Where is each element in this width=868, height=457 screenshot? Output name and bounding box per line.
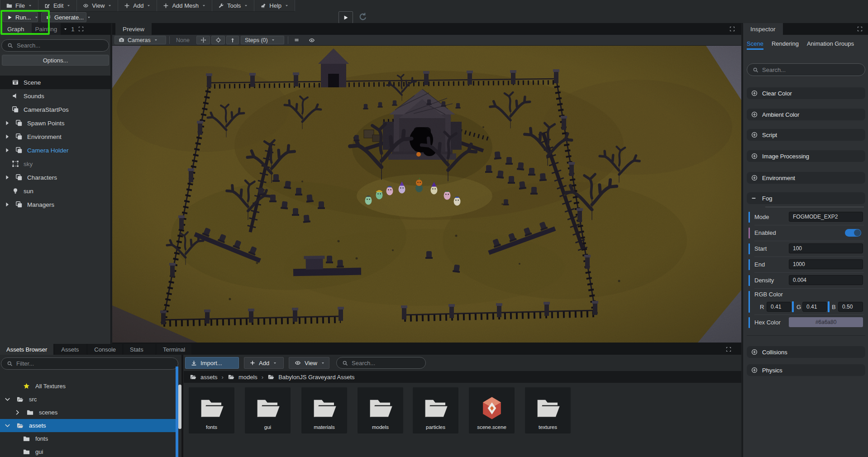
bottom-tab-console[interactable]: Console — [88, 344, 122, 355]
tab-painting[interactable]: Painting — [32, 23, 61, 35]
expand-icon[interactable] — [730, 26, 735, 32]
assets-tree-src[interactable]: src — [0, 393, 176, 406]
add-asset-button[interactable]: Add — [244, 357, 284, 369]
section-environment[interactable]: Environment — [747, 172, 865, 184]
chevron-down-icon[interactable] — [4, 422, 11, 429]
assets-filter-input[interactable]: Filter... — [1, 357, 178, 370]
section-script[interactable]: Script — [747, 129, 865, 141]
asset-tile-textures[interactable]: textures — [525, 387, 571, 433]
menu-add-mesh[interactable]: Add Mesh — [157, 0, 212, 11]
assets-tree-fonts[interactable]: fonts — [0, 432, 176, 445]
caret-right-icon[interactable] — [4, 174, 11, 181]
chevron-right-icon[interactable] — [14, 409, 21, 416]
section-collisions[interactable]: Collisions — [747, 346, 865, 358]
menu-add[interactable]: Add — [118, 0, 157, 11]
refresh-icon[interactable] — [358, 12, 367, 21]
assets-tree-scenes[interactable]: scenes — [0, 406, 176, 419]
options-button[interactable]: Options... — [2, 55, 109, 66]
section-image-processing[interactable]: Image Processing — [747, 150, 865, 162]
cameras-dropdown[interactable]: Cameras — [114, 36, 166, 44]
menu-view[interactable]: View — [77, 0, 118, 11]
expand-icon[interactable] — [78, 26, 84, 32]
generate-button[interactable]: Generate... — [41, 12, 86, 22]
assets-tree-scrollbar-thumb[interactable] — [178, 385, 181, 429]
assets-tree-all-textures[interactable]: All Textures — [0, 380, 176, 393]
bottom-tab-stats[interactable]: Stats — [124, 344, 155, 355]
inspector-tab-scene[interactable]: Scene — [747, 40, 763, 50]
assets-tree-assets[interactable]: assets — [0, 419, 176, 432]
graph-search-input[interactable]: Search... — [1, 39, 109, 52]
menu-tools[interactable]: Tools — [212, 0, 254, 11]
inspector-tab-animation-groups[interactable]: Animation Groups — [807, 40, 854, 50]
asset-tile-scene-scene[interactable]: scene.scene — [469, 387, 515, 433]
section-physics[interactable]: Physics — [747, 364, 865, 376]
position-gizmo-button[interactable] — [196, 36, 210, 44]
section-fog[interactable]: Fog — [747, 192, 865, 204]
caret-right-icon[interactable] — [4, 147, 11, 154]
fog-mode-select[interactable]: FOGMODE_EXP2 — [789, 212, 863, 222]
graph-item-camerastartpos[interactable]: CameraStartPos — [0, 103, 110, 116]
asset-tile-particles[interactable]: particles — [413, 387, 458, 433]
section-ambient-color[interactable]: Ambient Color — [747, 109, 865, 120]
asset-tile-gui[interactable]: gui — [245, 387, 291, 433]
wireframe-button[interactable] — [290, 36, 303, 44]
assets-files-pane: Import... Add View Search... assets›mode… — [183, 355, 741, 457]
fog-density-input[interactable] — [789, 275, 863, 285]
graph-item-sounds[interactable]: Sounds — [0, 89, 110, 103]
folder-open-icon — [16, 422, 24, 429]
caret-right-icon[interactable] — [4, 201, 11, 208]
menu-help[interactable]: Help — [254, 0, 295, 11]
graph-item-characters[interactable]: Characters — [0, 171, 110, 184]
breadcrumb-assets[interactable]: assets — [190, 374, 218, 381]
fog-r-input[interactable] — [767, 302, 791, 312]
none-gizmo-button[interactable]: None — [171, 36, 195, 44]
graph-item-scene[interactable]: Scene — [0, 76, 110, 89]
bottom-tab-assets[interactable]: Assets — [55, 344, 86, 355]
tab-graph[interactable]: Graph — [0, 23, 32, 35]
import-button[interactable]: Import... — [185, 357, 239, 369]
section-clear-color[interactable]: Clear Color — [747, 87, 865, 99]
scale-gizmo-button[interactable] — [226, 36, 239, 44]
inspector-tab-rendering[interactable]: Rendering — [772, 40, 799, 50]
chevron-down-icon[interactable] — [4, 396, 11, 403]
fog-g-input[interactable] — [802, 302, 827, 312]
assets-search-input[interactable]: Search... — [336, 357, 426, 369]
play-preview-button[interactable] — [339, 11, 353, 24]
menu-edit[interactable]: Edit — [38, 0, 77, 11]
fog-end-input[interactable] — [789, 259, 863, 269]
tab-inspector[interactable]: Inspector — [743, 23, 783, 35]
graph-item-environment[interactable]: Environment — [0, 130, 110, 143]
graph-item-spawn-points[interactable]: Spawn Points — [0, 116, 110, 130]
graph-item-camera-holder[interactable]: Camera Holder — [0, 143, 110, 157]
expand-icon[interactable] — [857, 26, 863, 32]
fog-enabled-toggle[interactable] — [845, 229, 861, 237]
expand-icon[interactable] — [726, 347, 731, 352]
asset-tile-models[interactable]: models — [358, 387, 403, 433]
caret-down-icon[interactable] — [63, 27, 67, 31]
breadcrumb-babylonjs-graveyard-assets[interactable]: BabylonJS Graveyard Assets — [267, 374, 354, 381]
caret-right-icon[interactable] — [4, 119, 11, 127]
menu-file[interactable]: File — [0, 0, 38, 11]
graph-item-sun[interactable]: sun — [0, 184, 110, 198]
assets-tree-gui[interactable]: gui — [0, 445, 176, 457]
caret-right-icon[interactable] — [4, 133, 11, 140]
asset-tile-fonts[interactable]: fonts — [189, 387, 234, 433]
inspector-search-input[interactable]: Search... — [747, 63, 865, 76]
rotation-gizmo-button[interactable] — [211, 36, 225, 44]
graph-item-sky[interactable]: sky — [0, 157, 110, 171]
fog-hex-color-swatch[interactable]: #6a6a80 — [789, 317, 863, 327]
viewport-3d-scene[interactable] — [112, 46, 741, 343]
fog-b-input[interactable] — [838, 302, 863, 312]
graph-item-managers[interactable]: Managers — [0, 198, 110, 211]
steps-dropdown[interactable]: Steps (0) — [241, 36, 284, 44]
bottom-tab-terminal[interactable]: Terminal — [157, 344, 191, 355]
bottom-tab-assets-browser[interactable]: Assets Browser — [0, 344, 53, 355]
asset-tile-materials[interactable]: materials — [301, 387, 347, 433]
fog-start-input[interactable] — [789, 243, 863, 253]
run-button[interactable]: Run... — [3, 12, 38, 22]
breadcrumb-models[interactable]: models — [228, 374, 258, 381]
tab-preview[interactable]: Preview — [115, 23, 152, 35]
import-icon — [191, 360, 197, 366]
visibility-button[interactable] — [305, 36, 319, 44]
view-options-button[interactable]: View — [289, 357, 329, 369]
